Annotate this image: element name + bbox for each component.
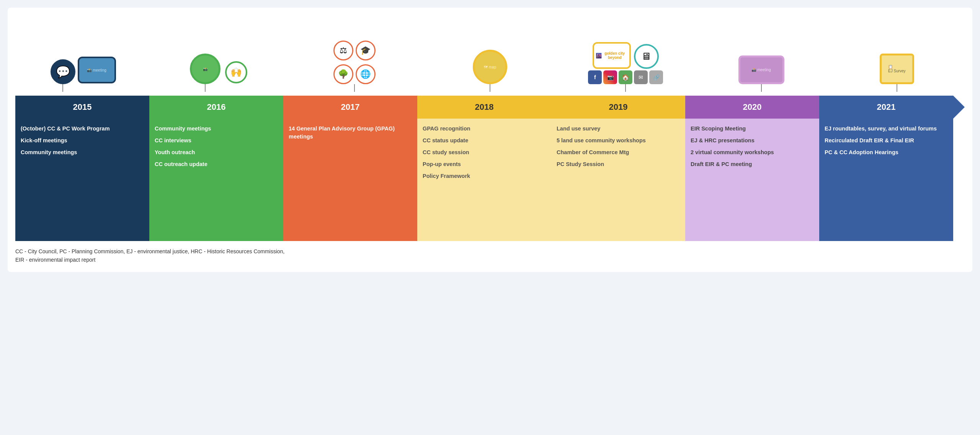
chat-icon: 💬 xyxy=(51,59,75,84)
icon-cell-2017: ⚖ 🎓 🌳 🌐 xyxy=(287,19,422,96)
scales-icon: ⚖ xyxy=(333,41,353,60)
footer-note: CC - City Council, PC - Planning Commiss… xyxy=(15,247,965,264)
instagram-icon: 📷 xyxy=(603,70,617,84)
monitor-icon: 🖥 xyxy=(634,44,659,69)
content-2021-item-1: Recirculated Draft EIR & Final EIR xyxy=(825,137,948,145)
content-2019-item-1: 5 land use community workshops xyxy=(557,137,680,145)
content-2020-item-3: Draft EIR & PC meeting xyxy=(691,160,814,168)
icon-cell-2016: 📸 🙌 xyxy=(151,19,286,96)
content-2020-item-1: EJ & HRC presentations xyxy=(691,137,814,145)
timeline-bar: 2015 2016 2017 2018 2019 2020 2021 xyxy=(15,96,965,119)
content-2019-item-0: Land use survey xyxy=(557,125,680,133)
icon-cell-2018: 🗺 map xyxy=(422,19,558,96)
golden-city-logo: 🌆golden city beyond xyxy=(593,42,631,69)
content-2018: GPAG recognition CC status update CC stu… xyxy=(417,119,551,241)
content-2018-item-4: Policy Framework xyxy=(423,172,546,180)
content-2017: 14 General Plan Advisory Group (GPAG) me… xyxy=(283,119,417,241)
icon-cell-2015: 💬 📸 meeting xyxy=(15,19,151,96)
content-2016-item-0: Community meetings xyxy=(155,125,278,133)
content-2020-item-2: 2 virtual community workshops xyxy=(691,148,814,156)
content-2017-item-0: 14 General Plan Advisory Group (GPAG) me… xyxy=(289,125,412,141)
year-2019: 2019 xyxy=(551,96,685,119)
email-icon: ✉ xyxy=(634,70,648,84)
content-2018-item-2: CC study session xyxy=(423,148,546,156)
globe-icon: 🌐 xyxy=(356,64,376,84)
icons-row: 💬 📸 meeting 📸 xyxy=(15,19,965,96)
content-2015-item-2: Community meetings xyxy=(21,148,144,156)
year-2021: 2021 xyxy=(819,96,953,119)
timeline-wrapper: 💬 📸 meeting 📸 xyxy=(15,19,965,241)
content-2015-item-0: (October) CC & PC Work Program xyxy=(21,125,144,133)
year-2018: 2018 xyxy=(417,96,551,119)
content-2015-item-1: Kick-off meetings xyxy=(21,137,144,145)
map-icon: 🗺 map xyxy=(473,50,507,84)
icon-cell-2020: 📸 meeting xyxy=(693,19,829,96)
content-2019-item-3: PC Study Session xyxy=(557,160,680,168)
content-2018-item-0: GPAG recognition xyxy=(423,125,546,133)
nextdoor-icon: 🏠 xyxy=(619,70,632,84)
content-2019: Land use survey 5 land use community wor… xyxy=(551,119,685,241)
content-2016-item-1: CC interviews xyxy=(155,137,278,145)
photo-2016-icon: 📸 xyxy=(190,54,220,84)
photo-2020-icon: 📸 meeting xyxy=(738,55,784,84)
content-2021: EJ roundtables, survey, and virtual foru… xyxy=(819,119,953,241)
year-2016: 2016 xyxy=(149,96,283,119)
content-2020: EIR Scoping Meeting EJ & HRC presentatio… xyxy=(685,119,819,241)
content-2016-item-2: Youth outreach xyxy=(155,148,278,156)
photo-2015-icon: 📸 meeting xyxy=(78,57,116,83)
year-2017: 2017 xyxy=(283,96,417,119)
content-2016: Community meetings CC interviews Youth o… xyxy=(149,119,283,241)
content-2021-item-0: EJ roundtables, survey, and virtual foru… xyxy=(825,125,948,133)
hands-icon: 🙌 xyxy=(225,61,247,83)
icon-cell-2019: 🌆golden city beyond 🖥 f 📷 🏠 ✉ 🔗 xyxy=(558,19,693,96)
content-2021-item-2: PC & CC Adoption Hearings xyxy=(825,148,948,156)
graduation-icon: 🎓 xyxy=(356,41,376,60)
chain-icon: 🔗 xyxy=(649,70,663,84)
content-2018-item-1: CC status update xyxy=(423,137,546,145)
tree-icon: 🌳 xyxy=(333,64,353,84)
facebook-icon: f xyxy=(588,70,602,84)
year-2015: 2015 xyxy=(15,96,149,119)
survey-doc-icon: 📋EJ Survey xyxy=(880,54,914,84)
content-2016-item-3: CC outreach update xyxy=(155,160,278,168)
content-2015: (October) CC & PC Work Program Kick-off … xyxy=(15,119,149,241)
content-2019-item-2: Chamber of Commerce Mtg xyxy=(557,148,680,156)
icon-cell-2021: 📋EJ Survey xyxy=(829,19,965,96)
content-2018-item-3: Pop-up events xyxy=(423,160,546,168)
year-2020: 2020 xyxy=(685,96,819,119)
content-row: (October) CC & PC Work Program Kick-off … xyxy=(15,119,965,241)
main-container: 💬 📸 meeting 📸 xyxy=(8,8,972,272)
content-2020-item-0: EIR Scoping Meeting xyxy=(691,125,814,133)
